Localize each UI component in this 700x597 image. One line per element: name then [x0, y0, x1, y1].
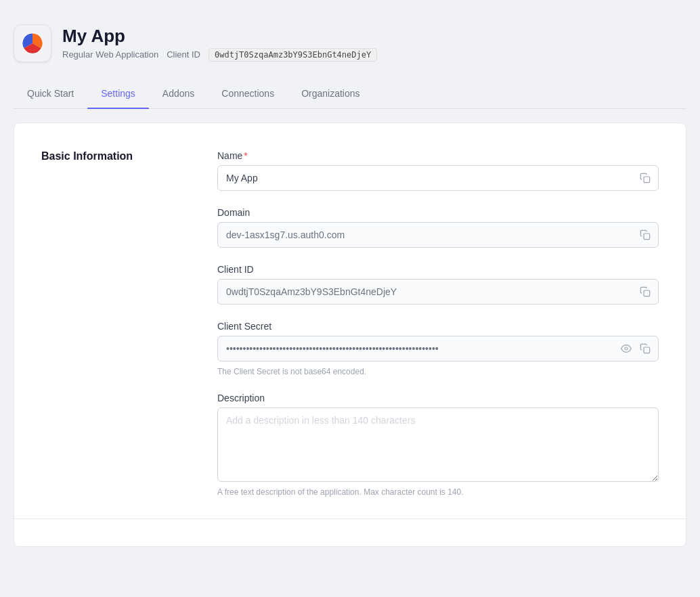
- app-name: My App: [62, 26, 377, 47]
- client-secret-hint: The Client Secret is not base64 encoded.: [217, 367, 659, 376]
- client-secret-input-wrapper: [217, 336, 659, 361]
- app-type: Regular Web Application: [62, 49, 158, 60]
- client-id-field-group: Client ID: [217, 264, 659, 305]
- app-logo-icon: [20, 31, 45, 56]
- tabs-bar: Quick Start Settings Addons Connections …: [14, 79, 686, 109]
- app-title-area: My App Regular Web Application Client ID…: [62, 26, 377, 62]
- name-field-group: Name*: [217, 150, 659, 191]
- app-meta: Regular Web Application Client ID 0wdtjT…: [62, 48, 377, 62]
- client-id-input[interactable]: [217, 279, 659, 305]
- name-input[interactable]: [217, 165, 659, 191]
- name-required: *: [244, 150, 247, 161]
- tab-addons[interactable]: Addons: [149, 79, 208, 108]
- description-hint: A free text description of the applicati…: [217, 487, 659, 497]
- client-id-label: Client ID: [167, 49, 200, 60]
- client-id-label: Client ID: [217, 264, 659, 275]
- svg-rect-5: [644, 347, 650, 353]
- description-field-group: Description A free text description of t…: [217, 393, 659, 497]
- tab-quick-start[interactable]: Quick Start: [14, 79, 87, 108]
- client-id-badge: 0wdtjT0SzqaAmz3bY9S3EbnGt4neDjeY: [209, 48, 377, 62]
- basic-info-section: Basic Information Name*: [41, 150, 659, 497]
- tab-settings[interactable]: Settings: [87, 79, 149, 108]
- svg-rect-1: [644, 177, 650, 183]
- app-logo: [14, 24, 51, 62]
- svg-rect-3: [644, 290, 650, 296]
- section-divider: [14, 518, 686, 519]
- settings-card: Basic Information Name*: [14, 123, 686, 547]
- svg-rect-2: [644, 234, 650, 240]
- client-secret-copy-button[interactable]: [638, 342, 652, 355]
- tab-organizations[interactable]: Organizations: [288, 79, 373, 108]
- svg-point-4: [625, 347, 628, 350]
- name-copy-button[interactable]: [638, 171, 652, 185]
- client-id-input-wrapper: [217, 279, 659, 305]
- domain-label: Domain: [217, 207, 659, 218]
- domain-copy-button[interactable]: [638, 228, 652, 242]
- client-secret-field-group: Client Secret: [217, 321, 659, 376]
- section-label: Basic Information: [41, 150, 177, 497]
- tab-connections[interactable]: Connections: [208, 79, 288, 108]
- name-input-wrapper: [217, 165, 659, 191]
- client-id-copy-button[interactable]: [638, 285, 652, 298]
- client-secret-label: Client Secret: [217, 321, 659, 332]
- client-secret-reveal-button[interactable]: [619, 342, 633, 355]
- description-label: Description: [217, 393, 659, 403]
- tabs-list: Quick Start Settings Addons Connections …: [14, 79, 686, 109]
- domain-input[interactable]: [217, 222, 659, 248]
- description-textarea[interactable]: [217, 407, 659, 482]
- main-content: Basic Information Name*: [14, 123, 686, 547]
- domain-input-wrapper: [217, 222, 659, 248]
- client-secret-input[interactable]: [217, 336, 659, 361]
- name-label: Name*: [217, 150, 659, 161]
- domain-field-group: Domain: [217, 207, 659, 248]
- section-fields: Name*: [217, 150, 659, 497]
- app-header: My App Regular Web Application Client ID…: [14, 14, 686, 76]
